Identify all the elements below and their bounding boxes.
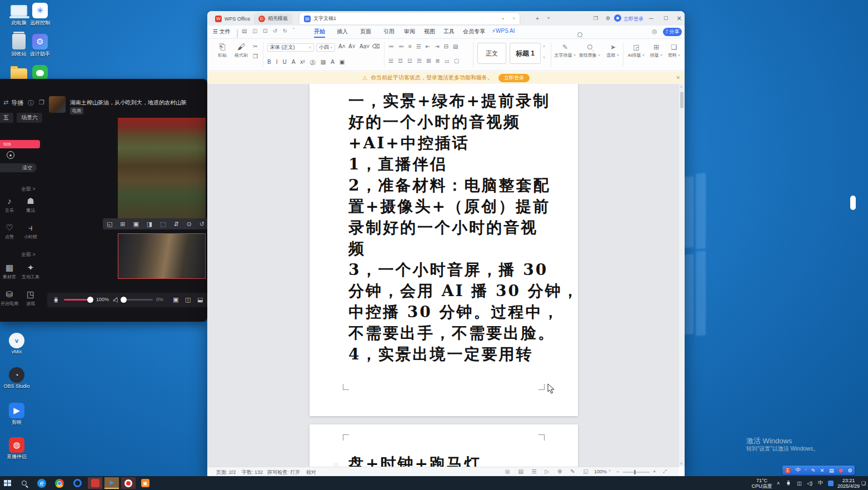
- share-button[interactable]: ⤴ 分享: [663, 28, 682, 36]
- speaker-muted-icon[interactable]: ◁̸: [113, 296, 117, 303]
- paragraph-format-icon[interactable]: ☲: [398, 58, 403, 64]
- tab-list-chevron-icon[interactable]: ˅: [543, 13, 553, 23]
- zoom-out-button[interactable]: −: [616, 469, 619, 474]
- video-preview-secondary[interactable]: [118, 233, 206, 279]
- font-name-select[interactable]: 宋体 (正文)˅: [267, 43, 314, 52]
- tab-wps-office[interactable]: W WPS Office: [211, 13, 255, 24]
- format-painter-button[interactable]: 🖌 格式刷: [233, 42, 250, 58]
- paragraph-format-icon[interactable]: ☱: [388, 58, 393, 64]
- paste-button[interactable]: ⎗ 粘贴: [214, 42, 231, 58]
- menu-tools[interactable]: 工具: [443, 28, 455, 36]
- cut-icon[interactable]: ✂: [253, 43, 257, 49]
- info-icon[interactable]: ⓘ: [28, 99, 34, 107]
- desktop-icon-vmix[interactable]: v vMix: [2, 332, 31, 354]
- ime-keyboard-icon[interactable]: ▤: [829, 468, 834, 473]
- zoom-slider-knob[interactable]: [634, 470, 636, 474]
- change-case-icon[interactable]: Aa˅: [360, 43, 370, 49]
- tool-material[interactable]: ❏资料: [663, 43, 685, 58]
- video-toolbar-icon[interactable]: ⊙: [187, 221, 192, 228]
- zoom-value[interactable]: 100%: [594, 469, 607, 474]
- font-style-icon[interactable]: A: [331, 59, 335, 67]
- taskbar-edge[interactable]: e: [34, 477, 49, 489]
- tray-cpu-temp[interactable]: 71°C CPU温度: [749, 476, 775, 490]
- popout-icon[interactable]: ❐: [39, 99, 44, 106]
- scene-list-item-active[interactable]: 926: [0, 140, 40, 148]
- video-toolbar-icon[interactable]: ◨: [147, 221, 152, 228]
- ime-punct-icon[interactable]: ': [805, 468, 806, 473]
- ime-logo-icon[interactable]: 王: [785, 467, 791, 473]
- tool-game[interactable]: ◳ 游戏: [20, 289, 41, 307]
- edit-title-icon[interactable]: ✎: [181, 99, 185, 104]
- ime-pen-icon[interactable]: ✎: [811, 468, 816, 473]
- font-size-select[interactable]: 小四˅: [316, 43, 335, 52]
- font-style-icon[interactable]: ▣: [340, 59, 345, 67]
- document-page-3[interactable]: ⁞⁞ 盘+时钟+跑马灯: [310, 424, 578, 467]
- font-style-icon[interactable]: I: [276, 59, 278, 67]
- taskbar-live-companion-active[interactable]: ➤: [104, 477, 119, 489]
- scrollbar-thumb[interactable]: [680, 92, 684, 108]
- taskbar-chrome[interactable]: [52, 477, 67, 489]
- font-style-icon[interactable]: B: [267, 59, 271, 67]
- zoom-chevron-icon[interactable]: ˅: [608, 469, 611, 473]
- increase-font-icon[interactable]: A˄: [338, 43, 346, 49]
- scene-tab-6[interactable]: 场景六: [17, 113, 42, 123]
- paragraph-format-icon[interactable]: ≕: [398, 43, 404, 49]
- style-heading1[interactable]: 标题 1: [510, 43, 541, 64]
- comment-icon[interactable]: ◫: [185, 296, 191, 303]
- menu-page[interactable]: 页面: [360, 28, 371, 36]
- font-style-toolbar[interactable]: BIUAx²Ⓐ▨A▣: [267, 59, 378, 67]
- tool-select[interactable]: ➤选择: [602, 43, 624, 58]
- decrease-font-icon[interactable]: A˅: [348, 43, 356, 49]
- close-button[interactable]: ✕: [674, 13, 684, 23]
- tool-interactive[interactable]: ✦ 互动工具: [20, 262, 41, 280]
- status-spellcheck[interactable]: 拼写检查: 打开: [267, 469, 300, 476]
- video-toolbar-icon[interactable]: ⊞: [120, 221, 125, 228]
- view-mode-icon[interactable]: ✎: [570, 468, 575, 474]
- paragraph-format-icon[interactable]: ≡: [408, 43, 412, 49]
- paragraph-format-icon[interactable]: ☳: [407, 58, 412, 64]
- status-words[interactable]: 字数: 132: [242, 469, 263, 476]
- menu-insert[interactable]: 插入: [337, 28, 348, 36]
- tool-find-replace[interactable]: 查找替换: [578, 43, 601, 58]
- tray-app-icon[interactable]: [828, 476, 834, 490]
- ime-skin-icon[interactable]: ⬢: [839, 468, 843, 473]
- maximize-button[interactable]: ☐: [661, 13, 671, 23]
- ime-close-icon[interactable]: ✕: [820, 468, 825, 473]
- font-style-icon[interactable]: ▨: [321, 59, 326, 67]
- clear-button[interactable]: 清空: [0, 163, 37, 172]
- desktop-icon-live-companion[interactable]: ◍ 直播伴侣: [2, 437, 31, 461]
- menu-reference[interactable]: 引用: [383, 28, 395, 36]
- login-link[interactable]: 立即登录: [623, 16, 643, 23]
- view-mode-toolbar[interactable]: ◎▤☰▷⊕✎◱: [505, 468, 588, 474]
- quick-access-icon[interactable]: ↻: [283, 28, 287, 34]
- desktop-icon-remote-app[interactable]: ✳ 远程控制: [26, 2, 54, 26]
- switch-mode-icon[interactable]: ⇄: [3, 99, 8, 106]
- font-style-icon[interactable]: A: [292, 59, 296, 67]
- video-toolbar-icon[interactable]: ▣: [133, 221, 138, 228]
- tab-docer-templates[interactable]: D 稻壳模板: [254, 13, 292, 24]
- menu-membership[interactable]: 会员专享: [463, 28, 485, 36]
- view-mode-icon[interactable]: ▷: [545, 468, 550, 474]
- paragraph-toolbar-row1[interactable]: ≔≕≡☰⇤⇥⊟▤: [388, 43, 477, 49]
- settings-gear-icon[interactable]: ⚙: [603, 13, 613, 23]
- view-mode-icon[interactable]: ☰: [532, 468, 537, 474]
- taskbar-app-red-ring[interactable]: [121, 477, 136, 489]
- tray-network-icon[interactable]: 中: [818, 476, 823, 490]
- paragraph-format-icon[interactable]: ≣: [435, 58, 440, 64]
- document-scrollbar[interactable]: ˄ ˅: [679, 84, 685, 467]
- paragraph-format-icon[interactable]: ≔: [388, 43, 394, 49]
- tool-magic[interactable]: ☗ 魔法: [20, 196, 41, 213]
- tray-volume-icon[interactable]: ◁): [807, 476, 812, 490]
- paragraph-format-icon[interactable]: ▤: [453, 43, 458, 49]
- tool-media-library[interactable]: ▦ 素材库: [0, 262, 20, 280]
- font-style-icon[interactable]: x²: [300, 59, 305, 67]
- search-icon[interactable]: [577, 29, 582, 39]
- style-normal[interactable]: 正文: [477, 43, 506, 64]
- camera-icon[interactable]: ▣: [173, 296, 178, 303]
- speaker-volume-slider[interactable]: [122, 299, 153, 301]
- tool-ecommerce[interactable]: ⛁ 开启电商: [0, 289, 20, 307]
- taskbar-app-orange[interactable]: ▣: [138, 477, 152, 489]
- edge-panel-handle[interactable]: [850, 196, 856, 210]
- menu-view[interactable]: 视图: [424, 28, 435, 36]
- video-toolbar-icon[interactable]: ↺: [199, 221, 204, 228]
